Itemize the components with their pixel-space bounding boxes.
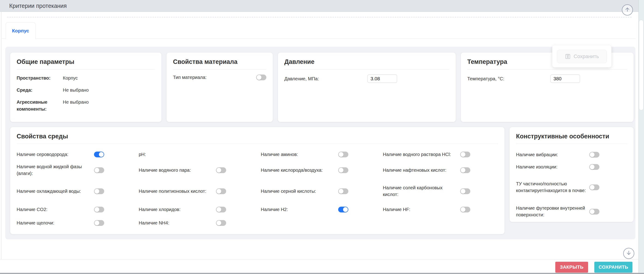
insulation-toggle[interactable] (589, 164, 600, 170)
kv-row-space: Пространство: Корпус (17, 75, 155, 81)
dashed-separator (7, 17, 632, 17)
env-row-h2s: Наличие сероводорода: (17, 149, 132, 160)
flow-criteria-modal: Критерии протекания Корпус Общие парамет… (0, 0, 644, 274)
material-type-toggle[interactable] (256, 75, 266, 80)
env-row-hcl: Наличие водного раствора HCl: (383, 149, 498, 160)
divider (516, 144, 627, 144)
env-label: Наличие кислорода/воздуха: (261, 167, 325, 174)
toggle-knob (94, 168, 99, 173)
scroll-up-button[interactable] (622, 5, 633, 16)
divider (284, 69, 449, 69)
env-label: Наличие водной жидкой фазы (влаги): (17, 163, 94, 177)
kv-value: Корпус (63, 75, 78, 81)
env-column-1: Наличие сероводорода: Наличие водной жид… (17, 149, 132, 229)
design-label: Наличие футеровки внутренней поверхности… (516, 205, 589, 218)
chlorides-toggle[interactable] (216, 207, 226, 212)
env-row-cooling-water: Наличие охлаждающей воды: (17, 181, 132, 202)
h2s-toggle[interactable] (94, 152, 104, 157)
kv-value: Не выбрано (63, 99, 89, 112)
env-row-hf: Наличие HF: (383, 202, 498, 217)
env-row-alkali: Наличие щелочи: (17, 217, 132, 229)
kv-label: Агрессивные компоненты: (17, 99, 63, 112)
temperature-label: Температура, °C: (467, 76, 550, 81)
design-rows: Наличие вибрации: Наличие изоляции: ТУ ч… (516, 149, 627, 222)
co2-toggle[interactable] (94, 207, 104, 212)
scrollbar-thumb[interactable] (639, 20, 644, 110)
tab-korpus[interactable]: Корпус (6, 22, 36, 39)
water-phase-toggle[interactable] (94, 167, 104, 173)
env-label: Наличие CO2: (17, 206, 50, 213)
env-row-oxygen: Наличие кислорода/воздуха: (261, 160, 376, 181)
toggle-knob (590, 185, 594, 190)
hf-toggle[interactable] (460, 207, 470, 212)
nh4-toggle[interactable] (216, 220, 226, 226)
polythionic-toggle[interactable] (216, 188, 226, 194)
save-button[interactable]: СОХРАНИТЬ (594, 262, 632, 272)
card-title: Давление (284, 58, 449, 65)
env-label: Наличие HF: (383, 206, 413, 213)
design-row-lining: Наличие футеровки внутренней поверхности… (516, 201, 627, 222)
oxygen-toggle[interactable] (338, 167, 348, 173)
criteria-panel: Общие параметры Пространство: Корпус Сре… (5, 47, 636, 239)
env-row-sulfuric-acid: Наличие серной кислоты: (261, 181, 376, 202)
env-label: Наличие аминов: (261, 151, 300, 158)
hcl-toggle[interactable] (460, 152, 470, 157)
divider (173, 69, 266, 69)
toggle-knob (216, 189, 221, 194)
toggle-knob (339, 168, 344, 173)
card-design-features: Конструктивные особенности Наличие вибра… (510, 127, 634, 222)
env-empty-cell (383, 217, 498, 229)
env-label: Наличие хлоридов: (139, 206, 183, 213)
card-title: Свойства среды (17, 132, 498, 140)
toggle-knob (94, 189, 99, 194)
env-row-amines: Наличие аминов: (261, 149, 376, 160)
cooling-water-toggle[interactable] (94, 188, 104, 194)
card-general-params: Общие параметры Пространство: Корпус Сре… (10, 53, 162, 122)
carbonic-salts-toggle[interactable] (460, 188, 470, 194)
divider (17, 144, 498, 144)
toggle-knob (257, 75, 262, 80)
env-label: Наличие сероводорода: (17, 151, 71, 158)
steam-toggle[interactable] (216, 167, 226, 173)
naphthenic-toggle[interactable] (460, 167, 470, 173)
env-row-nh4: Наличие NH4: (139, 217, 254, 229)
env-label: Наличие H2: (261, 206, 290, 213)
material-type-row: Тип материала: (173, 75, 266, 80)
footer-buttons: ЗАКРЫТЬ СОХРАНИТЬ (555, 262, 632, 272)
amines-toggle[interactable] (338, 152, 348, 157)
env-empty-cell (261, 217, 376, 229)
sulfuric-acid-toggle[interactable] (338, 188, 348, 194)
card-material-props: Свойства материала Тип материала: (166, 53, 273, 122)
toggle-knob (590, 152, 594, 157)
env-label: Наличие NH4: (139, 220, 172, 226)
env-row-water-phase: Наличие водной жидкой фазы (влаги): (17, 160, 132, 181)
env-row-naphthenic: Наличие нафтеновых кислот: (383, 160, 498, 181)
toggle-knob (216, 207, 221, 212)
modal-footer: ЗАКРЫТЬ СОХРАНИТЬ (0, 259, 638, 273)
vertical-scrollbar (638, 0, 644, 274)
env-label: Наличие солей карбоновых кислот: (383, 184, 460, 198)
floating-save-button[interactable]: Сохранить (557, 50, 607, 63)
design-label: ТУ частично/полностью контактирует/наход… (516, 181, 589, 194)
scroll-down-button[interactable] (623, 248, 634, 259)
toggle-knob (460, 189, 466, 194)
card-title: Общие параметры (17, 58, 155, 65)
card-title: Свойства материала (173, 58, 266, 65)
design-row-vibration: Наличие вибрации: (516, 149, 627, 160)
arrow-up-icon (624, 6, 630, 14)
lining-toggle[interactable] (589, 209, 600, 215)
toggle-knob (94, 207, 99, 212)
alkali-toggle[interactable] (94, 220, 104, 226)
temperature-input[interactable] (550, 75, 580, 83)
vibration-toggle[interactable] (589, 152, 600, 158)
tab-label: Корпус (12, 28, 29, 34)
soil-contact-toggle[interactable] (589, 184, 600, 190)
pressure-input[interactable] (368, 75, 397, 83)
toggle-knob (590, 209, 594, 214)
arrow-down-icon (626, 250, 632, 257)
h2-toggle[interactable] (338, 207, 348, 212)
close-button[interactable]: ЗАКРЫТЬ (555, 262, 588, 272)
card-title: Конструктивные особенности (516, 132, 627, 140)
env-row-steam: Наличие водяного пара: (139, 160, 254, 181)
toggle-knob (460, 207, 466, 212)
